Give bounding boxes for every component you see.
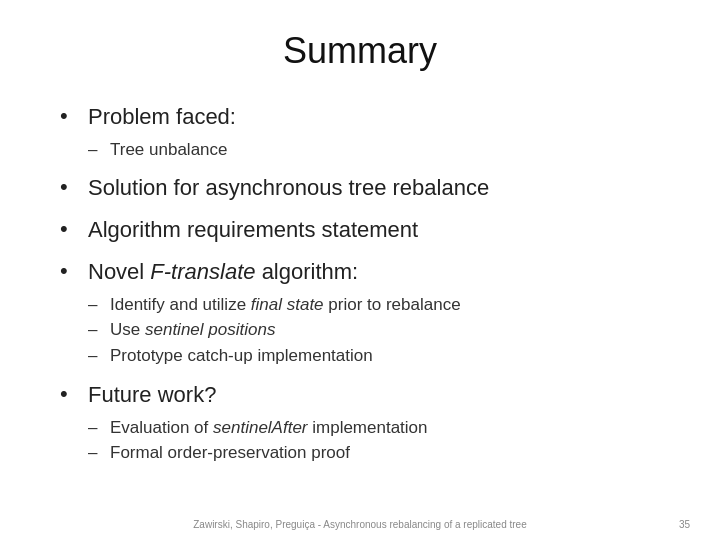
- bullet-marker: •: [60, 102, 88, 131]
- list-item: • Algorithm requirements statement: [60, 215, 660, 245]
- bullet-text: Novel F-translate algorithm:: [88, 257, 358, 287]
- list-item: • Solution for asynchronous tree rebalan…: [60, 173, 660, 203]
- slide-title: Summary: [60, 30, 660, 72]
- list-item: – Prototype catch-up implementation: [88, 344, 660, 368]
- bullet-marker: •: [60, 173, 88, 202]
- footer-page-number: 35: [679, 519, 690, 530]
- bullet-text: Future work?: [88, 380, 216, 410]
- bullet-marker: •: [60, 380, 88, 409]
- sub-bullets: – Tree unbalance: [88, 138, 660, 164]
- list-item: – Evaluation of sentinelAfter implementa…: [88, 416, 660, 440]
- sub-text: Formal order-preservation proof: [110, 441, 350, 465]
- dash-marker: –: [88, 441, 110, 465]
- sub-text: Tree unbalance: [110, 138, 228, 162]
- bullet-text: Algorithm requirements statement: [88, 215, 418, 245]
- sub-text: Evaluation of sentinelAfter implementati…: [110, 416, 428, 440]
- sub-bullets: – Evaluation of sentinelAfter implementa…: [88, 416, 660, 468]
- list-item: • Problem faced:: [60, 102, 660, 132]
- list-item: • Future work?: [60, 380, 660, 410]
- dash-marker: –: [88, 318, 110, 342]
- footer-citation: Zawirski, Shapiro, Preguiça - Asynchrono…: [193, 519, 527, 530]
- list-item: – Formal order-preservation proof: [88, 441, 660, 465]
- list-item: – Identify and utilize final state prior…: [88, 293, 660, 317]
- bullet-text: Solution for asynchronous tree rebalance: [88, 173, 489, 203]
- sub-text: Prototype catch-up implementation: [110, 344, 373, 368]
- sub-text: Identify and utilize final state prior t…: [110, 293, 461, 317]
- dash-marker: –: [88, 416, 110, 440]
- bullet-text: Problem faced:: [88, 102, 236, 132]
- list-item: • Novel F-translate algorithm:: [60, 257, 660, 287]
- dash-marker: –: [88, 293, 110, 317]
- sub-text: Use sentinel positions: [110, 318, 275, 342]
- list-item: – Use sentinel positions: [88, 318, 660, 342]
- slide: Summary • Problem faced: – Tree unbalanc…: [0, 0, 720, 540]
- list-item: – Tree unbalance: [88, 138, 660, 162]
- bullet-marker: •: [60, 215, 88, 244]
- bullet-marker: •: [60, 257, 88, 286]
- dash-marker: –: [88, 138, 110, 162]
- sub-bullets: – Identify and utilize final state prior…: [88, 293, 660, 370]
- slide-content: • Problem faced: – Tree unbalance • Solu…: [60, 96, 660, 520]
- slide-footer: Zawirski, Shapiro, Preguiça - Asynchrono…: [0, 519, 720, 530]
- dash-marker: –: [88, 344, 110, 368]
